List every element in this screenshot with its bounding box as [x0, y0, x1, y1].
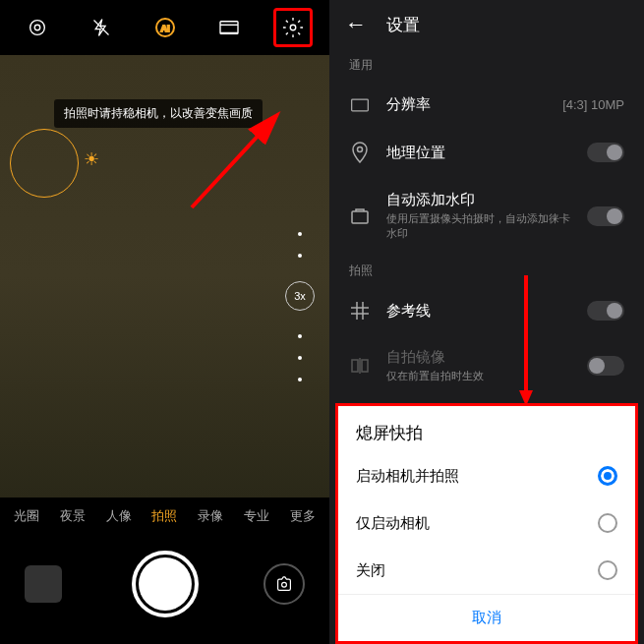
gridlines-row[interactable]: 参考线 [329, 287, 644, 334]
section-general: 通用 [329, 49, 644, 82]
geolocation-row[interactable]: 地理位置 [329, 128, 644, 177]
svg-rect-20 [362, 360, 368, 372]
watermark-row[interactable]: 自动添加水印 使用后置摄像头拍摄时，自动添加徕卡水印 [329, 177, 644, 255]
watermark-toggle[interactable] [587, 206, 624, 226]
svg-text:AI: AI [160, 24, 169, 33]
camera-screen: AI 拍照时请持稳相机，以改善变焦画质 ☀ 3x 光圈 夜景 人像 拍照 [0, 0, 329, 644]
mode-more[interactable]: 更多 [284, 507, 322, 525]
mode-pro[interactable]: 专业 [238, 507, 275, 525]
focus-ring[interactable] [10, 129, 79, 198]
quick-capture-popup: 熄屏快拍 启动相机并拍照 仅启动相机 关闭 取消 [335, 403, 638, 644]
settings-title: 设置 [386, 14, 420, 36]
section-photo: 拍照 [329, 255, 644, 287]
popup-title: 熄屏快拍 [338, 406, 635, 452]
popup-option-1[interactable]: 仅启动相机 [338, 499, 635, 547]
selfie-mirror-toggle [587, 356, 624, 376]
gridlines-toggle[interactable] [587, 301, 624, 321]
shutter-bar [0, 535, 329, 633]
shutter-button[interactable] [132, 551, 199, 617]
svg-rect-14 [352, 211, 368, 223]
flash-off-icon[interactable] [82, 8, 121, 47]
location-icon [349, 142, 371, 163]
svg-point-1 [34, 25, 40, 30]
mode-selector[interactable]: 光圈 夜景 人像 拍照 录像 专业 更多 [0, 498, 329, 535]
svg-point-8 [290, 25, 296, 30]
viewfinder[interactable]: 拍照时请持稳相机，以改善变焦画质 ☀ 3x [0, 55, 329, 498]
watermark-icon [349, 206, 371, 226]
grid-icon [349, 301, 371, 321]
radio-unselected[interactable] [598, 513, 617, 533]
exposure-icon[interactable]: ☀ [84, 148, 99, 170]
ai-mode-icon[interactable]: AI [146, 8, 185, 47]
popup-option-2[interactable]: 关闭 [338, 547, 635, 594]
top-toolbar: AI [0, 0, 329, 55]
resolution-value: [4:3] 10MP [562, 97, 624, 112]
cancel-button[interactable]: 取消 [338, 594, 635, 641]
svg-rect-5 [220, 22, 238, 34]
popup-option-0[interactable]: 启动相机并拍照 [338, 452, 635, 499]
mode-video[interactable]: 录像 [192, 507, 229, 525]
mode-aperture[interactable]: 光圈 [8, 507, 45, 525]
switch-camera-icon[interactable] [263, 563, 305, 605]
zoom-control[interactable]: 3x [285, 232, 315, 381]
resolution-row[interactable]: 分辨率 [4:3] 10MP [329, 82, 644, 128]
radio-selected[interactable] [598, 466, 617, 486]
mode-portrait[interactable]: 人像 [100, 507, 138, 525]
selfie-mirror-row: 自拍镜像 仅在前置自拍时生效 [329, 334, 644, 397]
resolution-icon [349, 97, 371, 113]
svg-rect-12 [352, 99, 369, 111]
settings-header: ← 设置 [329, 0, 644, 49]
mirror-icon [349, 356, 371, 376]
svg-point-0 [29, 21, 44, 35]
geolocation-toggle[interactable] [587, 143, 624, 162]
settings-icon[interactable] [273, 8, 313, 47]
svg-rect-19 [352, 360, 358, 372]
mode-photo[interactable]: 拍照 [146, 507, 183, 525]
filter-icon[interactable] [209, 8, 249, 47]
flash-auto-icon[interactable] [18, 8, 57, 47]
gallery-thumbnail[interactable] [25, 565, 62, 603]
back-icon[interactable]: ← [345, 12, 367, 37]
svg-point-13 [358, 147, 363, 152]
tip-message: 拍照时请持稳相机，以改善变焦画质 [54, 99, 263, 128]
radio-unselected[interactable] [598, 560, 617, 580]
zoom-level[interactable]: 3x [285, 281, 315, 311]
svg-line-10 [192, 117, 275, 207]
mode-night[interactable]: 夜景 [54, 507, 91, 525]
svg-point-11 [282, 582, 287, 587]
settings-screen: ← 设置 通用 分辨率 [4:3] 10MP 地理位置 自动添加水印 使用后置摄… [329, 0, 644, 644]
